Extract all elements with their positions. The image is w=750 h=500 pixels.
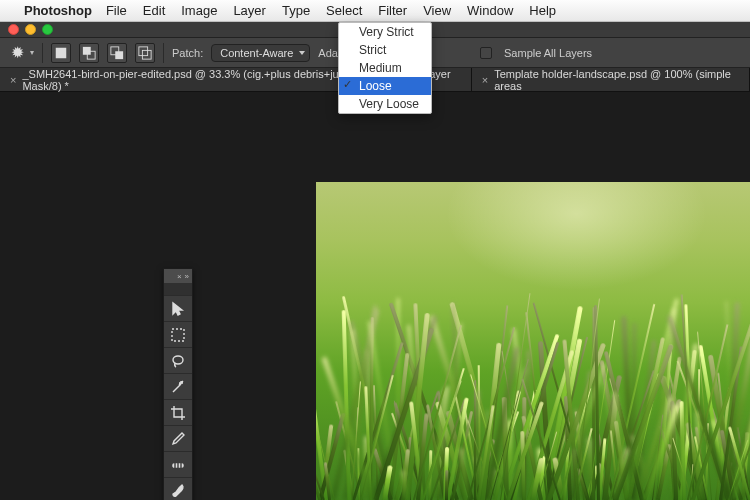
panel-header[interactable]: × » xyxy=(164,269,192,283)
magic-wand-tool-icon[interactable] xyxy=(164,373,192,399)
eyedropper-tool-icon[interactable] xyxy=(164,425,192,451)
svg-rect-7 xyxy=(172,329,184,341)
panel-subheader xyxy=(164,283,192,295)
sample-all-layers-label: Sample All Layers xyxy=(504,47,592,59)
menu-edit[interactable]: Edit xyxy=(143,3,165,18)
document-image xyxy=(316,182,750,500)
menu-help[interactable]: Help xyxy=(529,3,556,18)
svg-point-8 xyxy=(173,356,183,364)
tools-floating-panel[interactable]: × » xyxy=(163,268,193,500)
brush-tool-icon[interactable] xyxy=(164,477,192,500)
menu-window[interactable]: Window xyxy=(467,3,513,18)
sample-all-layers-checkbox[interactable] xyxy=(480,47,492,59)
intersect-selection-icon[interactable] xyxy=(135,43,155,63)
panel-close-icon[interactable]: × xyxy=(177,272,182,281)
document-tab-2-label: Template holder-landscape.psd @ 100% (si… xyxy=(494,68,739,92)
canvas-area[interactable] xyxy=(0,92,750,500)
lasso-tool-icon[interactable] xyxy=(164,347,192,373)
subtract-from-selection-icon[interactable] xyxy=(107,43,127,63)
healing-brush-tool-icon[interactable]: ✹ xyxy=(8,44,26,62)
menu-layer[interactable]: Layer xyxy=(233,3,266,18)
svg-rect-4 xyxy=(115,51,123,59)
window-minimize-icon[interactable] xyxy=(25,24,36,35)
panel-collapse-icon[interactable]: » xyxy=(185,272,189,281)
menu-file[interactable]: File xyxy=(106,3,127,18)
adaptation-option-strict[interactable]: Strict xyxy=(339,41,431,59)
separator xyxy=(42,43,43,63)
move-tool-icon[interactable] xyxy=(164,295,192,321)
window-zoom-icon[interactable] xyxy=(42,24,53,35)
menu-type[interactable]: Type xyxy=(282,3,310,18)
close-tab-icon[interactable]: × xyxy=(10,74,16,86)
patch-mode-dropdown[interactable]: Content-Aware xyxy=(211,44,310,62)
checkmark-icon: ✓ xyxy=(343,78,352,91)
marquee-tool-icon[interactable] xyxy=(164,321,192,347)
adaptation-dropdown-menu: Very Strict Strict Medium ✓Loose Very Lo… xyxy=(338,22,432,114)
healing-brush-tool-icon[interactable] xyxy=(164,451,192,477)
separator xyxy=(163,43,164,63)
menu-view[interactable]: View xyxy=(423,3,451,18)
menubar-app-name[interactable]: Photoshop xyxy=(24,3,92,18)
tool-preset-disclosure-icon[interactable]: ▾ xyxy=(30,48,34,57)
adaptation-option-very-loose[interactable]: Very Loose xyxy=(339,95,431,113)
patch-label: Patch: xyxy=(172,47,203,59)
menu-filter[interactable]: Filter xyxy=(378,3,407,18)
menu-select[interactable]: Select xyxy=(326,3,362,18)
svg-rect-6 xyxy=(142,50,151,59)
menu-image[interactable]: Image xyxy=(181,3,217,18)
patch-mode-value: Content-Aware xyxy=(220,47,293,59)
document-tab-2[interactable]: × Template holder-landscape.psd @ 100% (… xyxy=(472,68,750,91)
macos-menubar: Photoshop File Edit Image Layer Type Sel… xyxy=(0,0,750,22)
close-tab-icon[interactable]: × xyxy=(482,74,488,86)
new-selection-icon[interactable] xyxy=(51,43,71,63)
svg-rect-5 xyxy=(139,46,148,55)
crop-tool-icon[interactable] xyxy=(164,399,192,425)
svg-rect-0 xyxy=(56,47,67,58)
add-to-selection-icon[interactable] xyxy=(79,43,99,63)
adaptation-option-loose[interactable]: ✓Loose xyxy=(339,77,431,95)
window-close-icon[interactable] xyxy=(8,24,19,35)
adaptation-option-very-strict[interactable]: Very Strict xyxy=(339,23,431,41)
adaptation-option-medium[interactable]: Medium xyxy=(339,59,431,77)
